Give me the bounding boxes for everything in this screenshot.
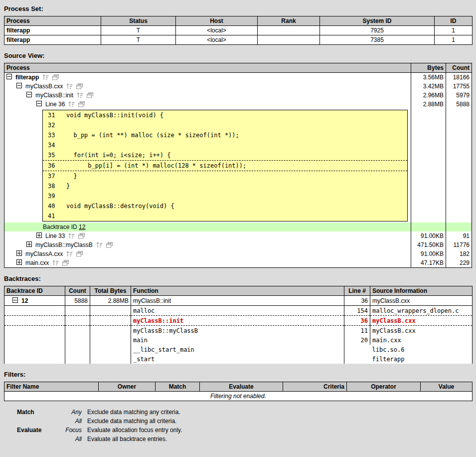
tree-label[interactable]: Line 36 bbox=[45, 101, 65, 108]
col-rank: Rank bbox=[258, 16, 320, 26]
backtrace-row: 12 5888 2.88MB myClassB::init 36 myClass… bbox=[4, 296, 473, 306]
cascade-windows-icon[interactable] bbox=[76, 83, 83, 89]
source-line: 41 bbox=[43, 211, 407, 221]
expand-icon[interactable] bbox=[36, 232, 42, 238]
frame-source: main.cxx bbox=[370, 335, 473, 345]
backtrace-id-link[interactable]: 12 bbox=[79, 224, 85, 230]
sort-icon[interactable] bbox=[96, 242, 103, 248]
tree-label[interactable]: myClassB::init bbox=[35, 92, 73, 99]
cascade-windows-icon[interactable] bbox=[62, 260, 69, 266]
process-row: filterapp T <local> 7385 1 bbox=[4, 35, 473, 45]
tree-label[interactable]: Line 33 bbox=[45, 232, 65, 239]
col-match: Match bbox=[156, 382, 200, 392]
tree-label[interactable]: myClassB::myClassB bbox=[35, 241, 93, 248]
tree-count: 182 bbox=[446, 249, 472, 258]
backtrace-id-row: Backtrace ID 12 bbox=[4, 223, 472, 231]
legend-row: All Exclude data matching all criteria. bbox=[17, 417, 182, 426]
tree-bytes: 47.17KB bbox=[411, 258, 446, 267]
tree-count: 5888 bbox=[446, 100, 472, 109]
legend-label: Evaluate bbox=[17, 426, 53, 435]
col-function: Function bbox=[131, 286, 344, 296]
sort-icon[interactable] bbox=[68, 101, 75, 107]
cascade-windows-icon[interactable] bbox=[87, 92, 93, 98]
filters-empty-message: Filtering not enabled. bbox=[4, 392, 473, 401]
filters-title: Filters: bbox=[4, 371, 476, 378]
tree-bytes: 471.50KB bbox=[411, 240, 446, 249]
col-value: Value bbox=[421, 382, 473, 392]
col-owner: Owner bbox=[99, 382, 156, 392]
tree-bytes: 91.00KB bbox=[411, 231, 446, 240]
process-row: filterapp T <local> 7925 1 bbox=[4, 26, 473, 35]
backtrace-id-label: Backtrace ID bbox=[43, 224, 77, 230]
tree-bytes: 2.88MB bbox=[411, 100, 446, 109]
col-process: Process bbox=[4, 63, 411, 72]
legend-text: Evaluate all backtrace entries. bbox=[82, 435, 182, 444]
frame-source: myClassB.cxx bbox=[370, 326, 473, 336]
cascade-windows-icon[interactable] bbox=[78, 233, 85, 239]
source-line: 34 bbox=[43, 140, 407, 150]
tree-row: myClassB::myClassB 471.50KB 11776 bbox=[4, 240, 472, 249]
process-rank bbox=[258, 26, 320, 35]
source-code-box: 31void myClassB::init(void) { 32 33 b_pp… bbox=[42, 110, 408, 222]
expand-icon[interactable] bbox=[16, 250, 22, 256]
process-id: 1 bbox=[435, 35, 473, 45]
col-source-info: Source Information bbox=[370, 286, 473, 296]
filters-table: Filter Name Owner Match Evaluate Criteri… bbox=[4, 382, 473, 401]
collapse-icon[interactable] bbox=[26, 92, 32, 97]
collapse-icon[interactable] bbox=[36, 101, 42, 106]
collapse-icon[interactable] bbox=[12, 297, 18, 303]
expand-icon[interactable] bbox=[26, 241, 32, 247]
backtraces-header-row: Backtrace ID Count Total Bytes Function … bbox=[4, 286, 473, 296]
tree-row: main.cxx 47.17KB 229 bbox=[4, 258, 472, 267]
frame-source: filterapp bbox=[370, 354, 473, 364]
process-name: filterapp bbox=[4, 35, 101, 45]
legend-label bbox=[17, 435, 53, 444]
sort-icon[interactable] bbox=[66, 251, 73, 257]
frame-function: _start bbox=[131, 354, 344, 364]
tree-label[interactable]: main.cxx bbox=[25, 259, 49, 266]
source-line: 40void myClassB::destroy(void) { bbox=[43, 201, 407, 211]
backtraces-title: Backtraces: bbox=[4, 275, 476, 282]
process-set-title: Process Set: bbox=[4, 5, 476, 12]
process-status: T bbox=[101, 26, 176, 35]
source-line: 31void myClassB::init(void) { bbox=[43, 110, 407, 120]
tree-bytes: 3.42MB bbox=[411, 82, 446, 91]
tree-count bbox=[446, 109, 472, 223]
frame-source: malloc_wrappers_dlopen.c bbox=[370, 306, 473, 316]
tree-row: myClassA.cxx 91.00KB 182 bbox=[4, 249, 472, 258]
expand-icon[interactable] bbox=[16, 259, 22, 265]
tree-count: 5979 bbox=[446, 91, 472, 100]
tree-count: 17755 bbox=[446, 82, 472, 91]
tree-label[interactable]: filterapp bbox=[15, 74, 39, 81]
collapse-icon[interactable] bbox=[6, 74, 12, 79]
filters-empty-row: Filtering not enabled. bbox=[4, 392, 473, 401]
backtrace-frame-row: malloc 154 malloc_wrappers_dlopen.c bbox=[4, 306, 473, 316]
collapse-icon[interactable] bbox=[16, 83, 22, 88]
cascade-windows-icon[interactable] bbox=[78, 101, 85, 107]
sort-icon[interactable] bbox=[77, 92, 83, 98]
tree-count: 91 bbox=[446, 231, 472, 240]
source-line: 39 bbox=[43, 191, 407, 201]
cascade-windows-icon[interactable] bbox=[106, 242, 113, 248]
sort-icon[interactable] bbox=[42, 74, 49, 80]
legend-label bbox=[17, 417, 53, 426]
tree-count: 18166 bbox=[446, 73, 472, 82]
sort-icon[interactable] bbox=[66, 83, 73, 89]
backtrace-frame-row: __libc_start_main libc.so.6 bbox=[4, 345, 473, 354]
frame-function: __libc_start_main bbox=[131, 345, 344, 354]
cascade-windows-icon[interactable] bbox=[76, 251, 83, 257]
frame-line: 36 bbox=[344, 316, 370, 326]
backtrace-source: myClassB.cxx bbox=[370, 296, 473, 306]
sort-icon[interactable] bbox=[52, 260, 59, 266]
tree-row: myClassB::init 2.96MB 5979 bbox=[4, 91, 472, 100]
tree-bytes: 3.56MB bbox=[411, 73, 446, 82]
col-operator: Operator bbox=[347, 382, 421, 392]
col-process: Process bbox=[4, 16, 101, 26]
tree-label[interactable]: myClassB.cxx bbox=[25, 83, 63, 90]
sort-icon[interactable] bbox=[68, 233, 75, 239]
tree-label[interactable]: myClassA.cxx bbox=[25, 250, 63, 257]
legend-row: All Evaluate all backtrace entries. bbox=[17, 435, 182, 444]
tree-count: 11776 bbox=[446, 240, 472, 249]
col-filter-name: Filter Name bbox=[4, 382, 99, 392]
cascade-windows-icon[interactable] bbox=[52, 74, 59, 80]
